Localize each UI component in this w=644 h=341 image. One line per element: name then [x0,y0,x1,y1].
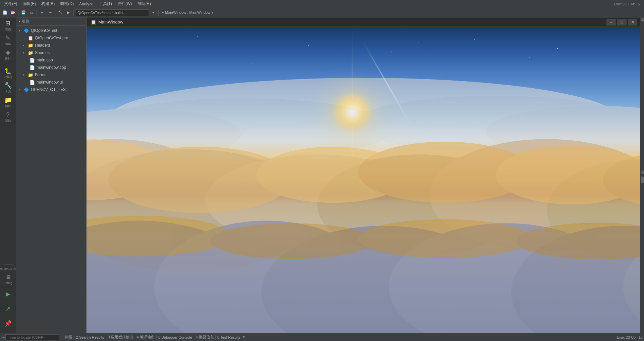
edit-label: 编辑 [5,42,11,46]
arrow-headers: ▸ [23,44,27,47]
svg-point-26 [358,219,532,258]
activity-projects[interactable]: 📁 项目 [1,96,15,109]
scroll-down[interactable]: ▼ [641,170,644,174]
sidebar-toggle[interactable]: ≡ [1,334,5,341]
toolbar-sep-4 [73,10,74,16]
line-col-info: Line: 23 Col: 15 [617,335,643,339]
menu-file[interactable]: 文件(F) [1,1,20,7]
tree-item-opencv[interactable]: ▸ 🔷 OPENCV_QT_TEST [16,86,86,93]
tree-label-root: QtOpenCvTest [31,28,57,33]
tree-item-main-cpp[interactable]: 📄 main.cpp [16,56,86,64]
tab-issues[interactable]: 1 问题 [61,334,73,341]
window-controls: ─ □ ✕ [606,19,637,26]
menu-edit[interactable]: 编辑(E) [20,1,39,7]
pro-file-icon: 📋 [28,36,33,41]
folder-icon-sources: 📁 [28,50,33,55]
toolbar-run-debug[interactable]: ▶ [65,9,72,16]
activity-bar: ⊞ 视图 ✎ 编辑 ◈ 设计 🐛 Debug 🔧 工具 📁 项目 [0,17,16,333]
tab-general-messages[interactable]: 6 概要信息 [195,334,215,341]
tab-debugger-console[interactable]: 5 Debugger Console [157,334,193,341]
tree-item-mainwindow-cpp[interactable]: 📄 mainwindow.cpp [16,64,86,71]
activity-layout[interactable]: ⊞ 视图 [1,19,15,32]
tree-item-pro[interactable]: ▸ 📋 QtOpenCvTest.pro [16,34,86,42]
activity-attach[interactable]: 📌 [1,317,15,330]
toolbar-redo[interactable]: ↪ [46,9,54,16]
project-name-bottom: QtOpenCvTest [0,266,18,271]
menu-analyze[interactable]: Analyze [76,2,96,6]
tree-container[interactable]: ▾ 🔷 QtOpenCvTest ▸ 📋 QtOpenCvTest.pro ▸ … [16,26,86,333]
menu-debug[interactable]: 调试(D) [57,1,76,7]
panel-header: ▾ 项目 [16,17,86,26]
status-bar: ≡ 1 问题 2 Search Results 3 应用程序输出 4 编译输出 … [0,333,644,341]
svg-point-25 [210,223,373,259]
activity-step[interactable]: ↗ [1,302,15,315]
tab-app-output[interactable]: 3 应用程序输出 [107,334,134,341]
activity-design[interactable]: ◈ 设计 [1,48,15,62]
window-icon: 🔲 [91,19,96,25]
tab-test-results[interactable]: 8 Test Results [216,334,241,341]
tools-label: 工具 [5,89,11,94]
activity-debug-panel[interactable]: 🖥 Debug [1,273,15,286]
toolbar-undo[interactable]: ↩ [38,9,46,16]
activity-debug[interactable]: 🐛 Debug [1,66,15,80]
tab-compile-output[interactable]: 4 编译输出 [136,334,156,341]
tree-label-opencv: OPENCV_QT_TEST [31,87,68,92]
window-maximize[interactable]: □ [617,19,627,26]
folder-icon-headers: 📁 [28,43,33,48]
scroll-thumb[interactable] [641,177,644,183]
window-close[interactable]: ✕ [628,19,637,26]
expand-btn[interactable]: ▾ [243,335,245,339]
menu-bar: 文件(F) 编辑(E) 构建(B) 调试(D) Analyze 工具(T) 控件… [0,0,644,8]
toolbar-path-input[interactable] [75,9,149,16]
debug-icon: 🐛 [4,67,12,75]
locate-input[interactable] [5,334,59,340]
help-icon: ? [6,111,9,118]
tree-item-forms[interactable]: ▾ 📁 Forms [16,71,86,79]
activity-help[interactable]: ? 帮助 [1,110,15,124]
arrow-root: ▾ [19,29,23,32]
tree-item-sources[interactable]: ▾ 📁 Sources [16,49,86,56]
toolbar-new[interactable]: 📄 [1,9,9,16]
activity-edit[interactable]: ✎ 编辑 [1,34,15,47]
toolbar-save-all[interactable]: 🗂 [28,9,35,16]
project-panel: ▾ 项目 ▾ 🔷 QtOpenCvTest ▸ 📋 QtOpenCvTest.p… [16,17,87,333]
toolbar-config: ▾ MainWindow : MainWindow() [160,10,215,15]
projects-label: 项目 [5,104,11,108]
tree-label-headers: Headers [35,43,50,48]
status-sep-4 [135,335,135,340]
debug-monitor-icon: 🖥 [5,274,11,281]
menu-build[interactable]: 构建(B) [39,1,57,7]
panel-title: 项目 [22,19,29,24]
tree-label-mainwindow-cpp: mainwindow.cpp [37,65,66,70]
scroll-up[interactable]: ▲ [641,18,644,21]
menu-help[interactable]: 帮助(H) [135,1,154,7]
tree-item-headers[interactable]: ▸ 📁 Headers [16,42,86,49]
window-minimize[interactable]: ─ [606,19,616,26]
activity-sep-2 [3,264,13,264]
activity-bar-top: ⊞ 视图 ✎ 编辑 ◈ 设计 🐛 Debug 🔧 工具 📁 项目 [0,17,16,263]
activity-tools[interactable]: 🔧 工具 [1,81,15,94]
tree-item-mainwindow-ui[interactable]: 📄 mainwindow.ui [16,79,86,86]
help-label: 帮助 [5,119,11,123]
sky-scene [87,27,640,333]
toolbar-build[interactable]: 🔨 [57,9,64,16]
menu-tools[interactable]: 工具(T) [96,1,115,7]
toolbar-save[interactable]: 💾 [20,9,27,16]
status-right: Line: 23 Col: 15 [617,335,643,339]
toolbar-dropdown[interactable]: ▾ [150,9,157,16]
toolbar-open[interactable]: 📂 [9,9,17,16]
debug-panel-label: Debug [3,281,12,285]
step-into-icon: ↗ [5,305,10,312]
toolbar-sep-5 [158,10,159,16]
status-sep-2 [74,335,74,340]
tab-search-results[interactable]: 2 Search Results [75,334,105,341]
window-titlebar: 🔲 MainWindow ─ □ ✕ [87,17,640,27]
tree-item-root[interactable]: ▾ 🔷 QtOpenCvTest [16,27,86,34]
menu-control[interactable]: 控件(W) [115,1,135,7]
panel-header-icon: ▾ [19,19,20,23]
activity-run[interactable]: ▶ [1,287,15,301]
arrow-sources: ▾ [23,51,27,54]
tree-label-pro: QtOpenCvTest.pro [35,36,68,40]
tree-label-sources: Sources [35,50,50,55]
right-scrollbar[interactable]: ▲ ▼ [640,17,644,333]
